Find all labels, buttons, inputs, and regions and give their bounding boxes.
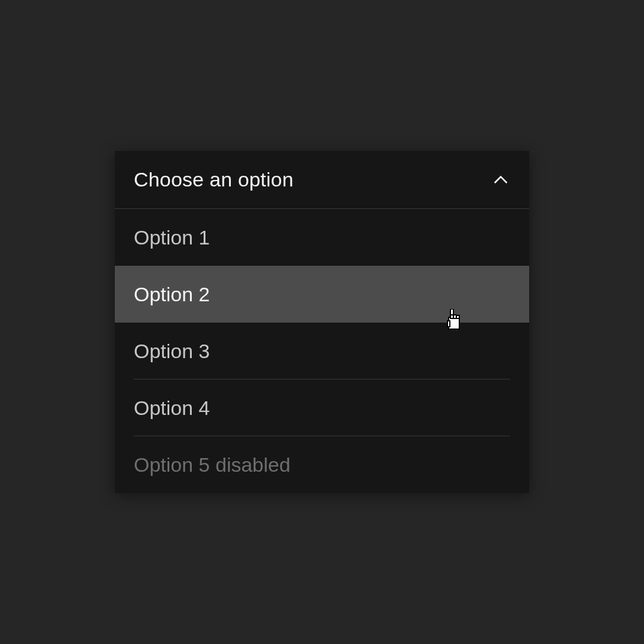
dropdown: Choose an option Option 1 Option 2 Optio…: [115, 151, 529, 493]
dropdown-placeholder: Choose an option: [134, 168, 294, 191]
dropdown-option-5-disabled: Option 5 disabled: [115, 436, 529, 493]
option-label: Option 2: [134, 283, 210, 306]
dropdown-option-2[interactable]: Option 2: [115, 266, 529, 323]
dropdown-option-3[interactable]: Option 3: [115, 323, 529, 379]
option-label: Option 1: [134, 226, 210, 249]
option-label: Option 4: [134, 397, 210, 420]
chevron-up-icon: [491, 170, 510, 189]
option-label: Option 5 disabled: [134, 453, 291, 476]
dropdown-trigger[interactable]: Choose an option: [115, 151, 529, 209]
option-label: Option 3: [134, 340, 210, 363]
dropdown-option-4[interactable]: Option 4: [115, 379, 529, 436]
dropdown-listbox: Option 1 Option 2 Option 3 Option 4 Opti…: [115, 209, 529, 493]
dropdown-option-1[interactable]: Option 1: [115, 209, 529, 266]
